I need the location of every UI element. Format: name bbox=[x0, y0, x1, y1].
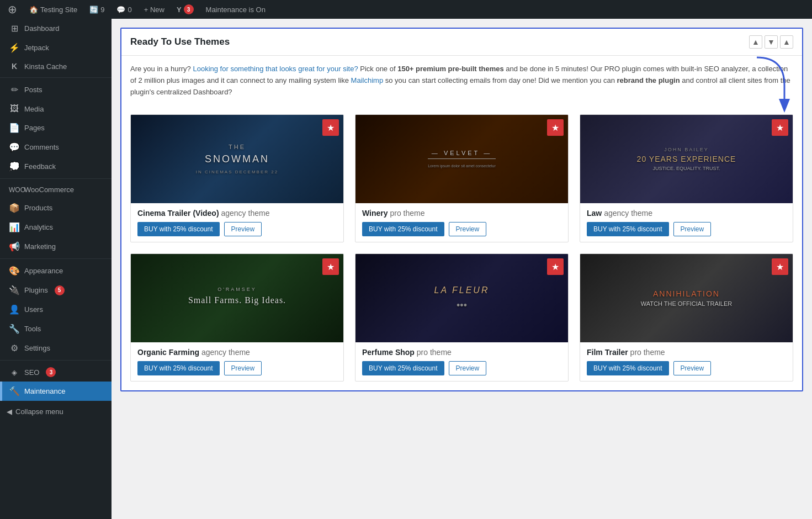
theme-thumbnail-film: ANNIHILATIONWATCH THE OFFICIAL TRAILER ★ bbox=[580, 254, 793, 342]
appearance-icon: 🎨 bbox=[9, 266, 20, 276]
sidebar-item-plugins[interactable]: 🔌 Plugins 5 bbox=[0, 280, 112, 300]
theme-bg-farming: O'RAMSEYSmall Farms. Big Ideas. ★ bbox=[131, 254, 343, 342]
buy-button-cinema[interactable]: BUY with 25% discount bbox=[137, 222, 220, 236]
widget-collapse-up-button[interactable]: ▲ bbox=[749, 35, 762, 49]
theme-name-cinema: Cinema Trailer (Video) agency theme bbox=[137, 209, 337, 218]
sidebar-item-products[interactable]: 📦 Products bbox=[0, 198, 112, 218]
sidebar-label-jetpack: Jetpack bbox=[24, 44, 49, 52]
themes-link[interactable]: Looking for something that looks great f… bbox=[193, 65, 358, 73]
sidebar-item-tools[interactable]: 🔧 Tools bbox=[0, 319, 112, 338]
theme-bg-law: JOHN BAILEY20 YEARS EXPERIENCEJUSTICE. E… bbox=[580, 115, 793, 203]
plugins-badge: 5 bbox=[55, 285, 65, 295]
sidebar-item-settings[interactable]: ⚙ Settings bbox=[0, 338, 112, 358]
buy-button-law[interactable]: BUY with 25% discount bbox=[587, 222, 669, 236]
comments-sidebar-icon: 💬 bbox=[9, 142, 20, 152]
media-icon: 🖼 bbox=[9, 104, 20, 114]
preview-button-perfume[interactable]: Preview bbox=[449, 361, 487, 375]
sidebar-label-maintenance: Maintenance bbox=[24, 387, 65, 395]
updates-icon: 🔄 bbox=[89, 6, 98, 14]
sidebar-item-maintenance[interactable]: 🔨 Maintenance bbox=[0, 382, 112, 401]
sidebar-label-feedback: Feedback bbox=[24, 162, 56, 171]
mailchimp-link[interactable]: Mailchimp bbox=[351, 76, 384, 84]
theme-actions-farming: BUY with 25% discount Preview bbox=[137, 361, 337, 375]
sidebar-item-woocommerce[interactable]: WOO WooCommerce bbox=[0, 181, 112, 198]
sidebar-label-tools: Tools bbox=[24, 325, 41, 333]
theme-thumbnail-perfume: LA FLEUR••• ★ bbox=[355, 254, 568, 342]
theme-info-cinema: Cinema Trailer (Video) agency theme BUY … bbox=[131, 203, 343, 242]
preview-button-film[interactable]: Preview bbox=[673, 361, 712, 375]
sidebar-item-marketing[interactable]: 📢 Marketing bbox=[0, 237, 112, 256]
preview-button-law[interactable]: Preview bbox=[673, 222, 712, 236]
buy-button-winery[interactable]: BUY with 25% discount bbox=[362, 222, 444, 236]
new-label: + New bbox=[144, 6, 164, 14]
theme-info-film: Film Trailer pro theme BUY with 25% disc… bbox=[580, 342, 793, 381]
theme-bg-film: ANNIHILATIONWATCH THE OFFICIAL TRAILER ★ bbox=[580, 254, 793, 342]
sidebar-separator-2 bbox=[0, 178, 112, 179]
content-area: Ready To Use Themes ▲ ▼ ▲ Are you in a h… bbox=[112, 19, 812, 519]
sidebar-item-kinsta[interactable]: K Kinsta Cache bbox=[0, 57, 112, 75]
sidebar-item-jetpack[interactable]: ⚡ Jetpack bbox=[0, 38, 112, 57]
theme-info-winery: Winery pro theme BUY with 25% discount P… bbox=[355, 203, 568, 242]
updates-count: 9 bbox=[100, 6, 104, 14]
theme-name-winery: Winery pro theme bbox=[362, 209, 561, 218]
sidebar-label-analytics: Analytics bbox=[24, 223, 53, 231]
buy-button-perfume[interactable]: BUY with 25% discount bbox=[362, 361, 444, 375]
preview-button-farming[interactable]: Preview bbox=[224, 361, 262, 375]
comments-link[interactable]: 💬 0 bbox=[114, 0, 134, 19]
buy-button-farming[interactable]: BUY with 25% discount bbox=[137, 361, 220, 375]
sidebar-label-products: Products bbox=[24, 204, 52, 212]
sidebar-item-comments[interactable]: 💬 Comments bbox=[0, 137, 112, 157]
theme-star-law: ★ bbox=[772, 119, 788, 136]
products-icon: 📦 bbox=[9, 203, 20, 213]
widget-expand-button[interactable]: ▲ bbox=[780, 35, 793, 49]
sidebar-item-appearance[interactable]: 🎨 Appearance bbox=[0, 261, 112, 280]
theme-star-perfume: ★ bbox=[547, 258, 564, 275]
theme-info-perfume: Perfume Shop pro theme BUY with 25% disc… bbox=[355, 342, 568, 381]
woocommerce-icon: WOO bbox=[9, 186, 20, 194]
sidebar-item-seo[interactable]: ◈ SEO 3 bbox=[0, 363, 112, 382]
widget-description: Are you in a hurry? Looking for somethin… bbox=[121, 56, 802, 105]
wp-icon: ⊕ bbox=[8, 3, 17, 16]
sidebar: ⊞ Dashboard ⚡ Jetpack K Kinsta Cache ✏ P… bbox=[0, 19, 112, 519]
sidebar-item-media[interactable]: 🖼 Media bbox=[0, 99, 112, 118]
sidebar-item-feedback[interactable]: 💭 Feedback bbox=[0, 157, 112, 176]
collapse-menu-button[interactable]: ◀ Collapse menu bbox=[0, 401, 112, 422]
theme-actions-film: BUY with 25% discount Preview bbox=[587, 361, 786, 375]
sidebar-item-analytics[interactable]: 📊 Analytics bbox=[0, 218, 112, 237]
preview-button-winery[interactable]: Preview bbox=[449, 222, 487, 236]
theme-info-farming: Organic Farming agency theme BUY with 25… bbox=[131, 342, 343, 381]
theme-bg-perfume: LA FLEUR••• ★ bbox=[355, 254, 568, 342]
sidebar-item-posts[interactable]: ✏ Posts bbox=[0, 80, 112, 99]
site-name: Testing Site bbox=[40, 6, 77, 14]
updates-link[interactable]: 🔄 9 bbox=[87, 0, 107, 19]
maintenance-status: Maintenance is On bbox=[206, 6, 266, 14]
sidebar-separator-4 bbox=[0, 360, 112, 361]
wp-logo[interactable]: ⊕ bbox=[6, 0, 19, 19]
sidebar-label-media: Media bbox=[24, 105, 44, 113]
new-content-button[interactable]: + New bbox=[142, 0, 167, 19]
yoast-icon: Y bbox=[177, 6, 182, 14]
theme-name-film: Film Trailer pro theme bbox=[587, 348, 786, 357]
widget-header: Ready To Use Themes ▲ ▼ ▲ bbox=[121, 29, 802, 56]
yoast-link[interactable]: Y 3 bbox=[174, 0, 196, 19]
pages-icon: 📄 bbox=[9, 123, 20, 133]
sidebar-item-users[interactable]: 👤 Users bbox=[0, 300, 112, 319]
widget-controls: ▲ ▼ ▲ bbox=[749, 35, 793, 49]
sidebar-label-seo: SEO bbox=[24, 368, 39, 377]
sidebar-label-appearance: Appearance bbox=[24, 267, 63, 275]
sidebar-separator-3 bbox=[0, 258, 112, 259]
site-name-link[interactable]: 🏠 Testing Site bbox=[27, 0, 79, 19]
rebrand-highlight: rebrand the plugin bbox=[617, 76, 680, 84]
tools-icon: 🔧 bbox=[9, 324, 20, 334]
sidebar-label-posts: Posts bbox=[24, 86, 43, 94]
sidebar-label-users: Users bbox=[24, 305, 43, 314]
yoast-badge: 3 bbox=[184, 4, 194, 14]
sidebar-label-pages: Pages bbox=[24, 124, 45, 132]
widget-collapse-down-button[interactable]: ▼ bbox=[765, 35, 778, 49]
maintenance-icon: 🔨 bbox=[9, 386, 20, 396]
preview-button-cinema[interactable]: Preview bbox=[224, 222, 262, 236]
sidebar-item-dashboard[interactable]: ⊞ Dashboard bbox=[0, 19, 112, 38]
sidebar-item-pages[interactable]: 📄 Pages bbox=[0, 118, 112, 137]
buy-button-film[interactable]: BUY with 25% discount bbox=[587, 361, 669, 375]
theme-thumbnail-law: JOHN BAILEY20 YEARS EXPERIENCEJUSTICE. E… bbox=[580, 115, 793, 203]
